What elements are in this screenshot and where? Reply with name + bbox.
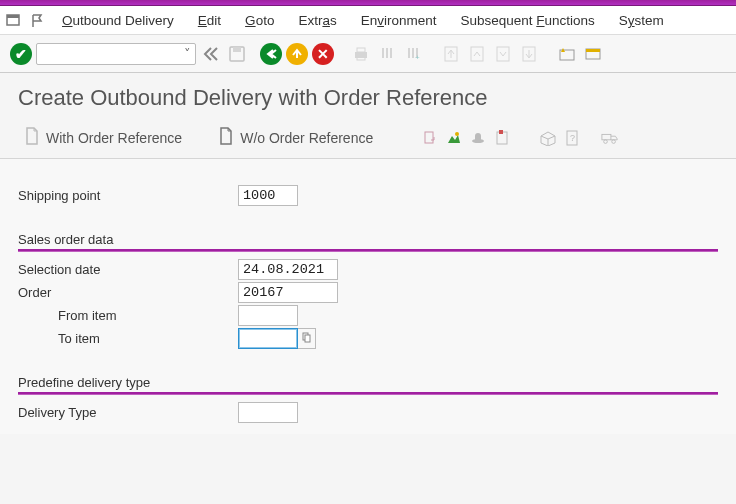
row-order: Order bbox=[18, 281, 718, 303]
row-shipping-point: Shipping point bbox=[18, 184, 718, 206]
label-order: Order bbox=[18, 285, 238, 300]
input-from-item[interactable] bbox=[238, 305, 298, 326]
row-selection-date: Selection date bbox=[18, 258, 718, 280]
cancel-button[interactable]: ✕ bbox=[312, 43, 334, 65]
svg-point-26 bbox=[612, 139, 616, 143]
svg-rect-16 bbox=[425, 132, 433, 143]
input-selection-date[interactable] bbox=[238, 259, 338, 280]
content-area: Shipping point Sales order data Selectio… bbox=[0, 159, 736, 434]
svg-rect-28 bbox=[305, 335, 310, 342]
menu-goto[interactable]: Goto bbox=[235, 10, 284, 31]
menu-system[interactable]: System bbox=[609, 10, 674, 31]
svg-marker-17 bbox=[448, 135, 460, 143]
label-delivery-type: Delivery Type bbox=[18, 405, 238, 420]
back-double-icon[interactable] bbox=[200, 43, 222, 65]
page-down-icon bbox=[492, 43, 514, 65]
window-menu-icon[interactable] bbox=[4, 13, 24, 29]
label-from-item: From item bbox=[18, 308, 238, 323]
menu-bar: OOutbound Deliveryutbound Delivery Edit … bbox=[0, 6, 736, 35]
svg-point-25 bbox=[604, 139, 608, 143]
find-icon bbox=[376, 43, 398, 65]
help-doc-icon[interactable]: ? bbox=[563, 129, 581, 147]
row-from-item: From item bbox=[18, 304, 718, 326]
svg-text:?: ? bbox=[570, 133, 575, 143]
row-delivery-type: Delivery Type bbox=[18, 401, 718, 423]
svg-rect-1 bbox=[7, 15, 19, 18]
group-rule bbox=[18, 249, 718, 252]
package-icon[interactable] bbox=[539, 129, 557, 147]
svg-rect-21 bbox=[499, 130, 503, 134]
label-selection-date: Selection date bbox=[18, 262, 238, 277]
f4-help-button[interactable] bbox=[298, 328, 316, 349]
svg-rect-24 bbox=[602, 134, 611, 139]
label-shipping-point: Shipping point bbox=[18, 188, 238, 203]
svg-point-18 bbox=[455, 132, 459, 136]
exit-button[interactable] bbox=[286, 43, 308, 65]
print-icon bbox=[350, 43, 372, 65]
document-icon bbox=[218, 127, 234, 148]
row-to-item: To item bbox=[18, 327, 718, 349]
menu-edit[interactable]: Edit bbox=[188, 10, 231, 31]
svg-text:+: + bbox=[415, 53, 420, 62]
svg-rect-10 bbox=[497, 47, 509, 61]
input-to-item[interactable] bbox=[238, 328, 298, 349]
clipboard-arrow-icon[interactable] bbox=[421, 129, 439, 147]
enter-button[interactable]: ✔ bbox=[10, 43, 32, 65]
menu-outbound-delivery[interactable]: OOutbound Deliveryutbound Delivery bbox=[52, 10, 184, 31]
page-up-icon bbox=[466, 43, 488, 65]
input-delivery-type[interactable] bbox=[238, 402, 298, 423]
flag-icon[interactable] bbox=[28, 13, 48, 29]
group-rule bbox=[18, 392, 718, 395]
without-order-ref-button[interactable]: W/o Order Reference bbox=[212, 123, 379, 152]
svg-rect-5 bbox=[357, 48, 365, 52]
group-sales-order-data: Sales order data bbox=[18, 232, 718, 249]
system-toolbar: ✔ ˅ ✕ + bbox=[0, 35, 736, 73]
hat-icon[interactable] bbox=[469, 129, 487, 147]
truck-icon[interactable] bbox=[601, 129, 619, 147]
input-shipping-point[interactable] bbox=[238, 185, 298, 206]
save-icon[interactable] bbox=[226, 43, 248, 65]
label-to-item: To item bbox=[18, 331, 238, 346]
find-next-icon: + bbox=[402, 43, 424, 65]
page-last-icon bbox=[518, 43, 540, 65]
doc-alert-icon[interactable] bbox=[493, 129, 511, 147]
application-toolbar: With Order Reference W/o Order Reference… bbox=[0, 121, 736, 159]
favorite-icon[interactable] bbox=[556, 43, 578, 65]
svg-rect-9 bbox=[471, 47, 483, 61]
input-order[interactable] bbox=[238, 282, 338, 303]
without-order-ref-label: W/o Order Reference bbox=[240, 130, 373, 146]
menu-extras[interactable]: Extras bbox=[288, 10, 346, 31]
menu-subsequent-functions[interactable]: Subsequent Functions bbox=[450, 10, 604, 31]
page-first-icon bbox=[440, 43, 462, 65]
group-predefine-delivery-type: Predefine delivery type bbox=[18, 375, 718, 392]
layout-icon[interactable] bbox=[582, 43, 604, 65]
svg-rect-3 bbox=[233, 47, 241, 52]
title-area: Create Outbound Delivery with Order Refe… bbox=[0, 73, 736, 121]
back-button[interactable] bbox=[260, 43, 282, 65]
document-icon bbox=[24, 127, 40, 148]
menu-environment[interactable]: Environment bbox=[351, 10, 447, 31]
page-title: Create Outbound Delivery with Order Refe… bbox=[18, 85, 718, 111]
with-order-ref-label: With Order Reference bbox=[46, 130, 182, 146]
picture-icon[interactable] bbox=[445, 129, 463, 147]
with-order-ref-button[interactable]: With Order Reference bbox=[18, 123, 188, 152]
svg-rect-15 bbox=[586, 49, 600, 52]
ok-code-field[interactable]: ˅ bbox=[36, 43, 196, 65]
